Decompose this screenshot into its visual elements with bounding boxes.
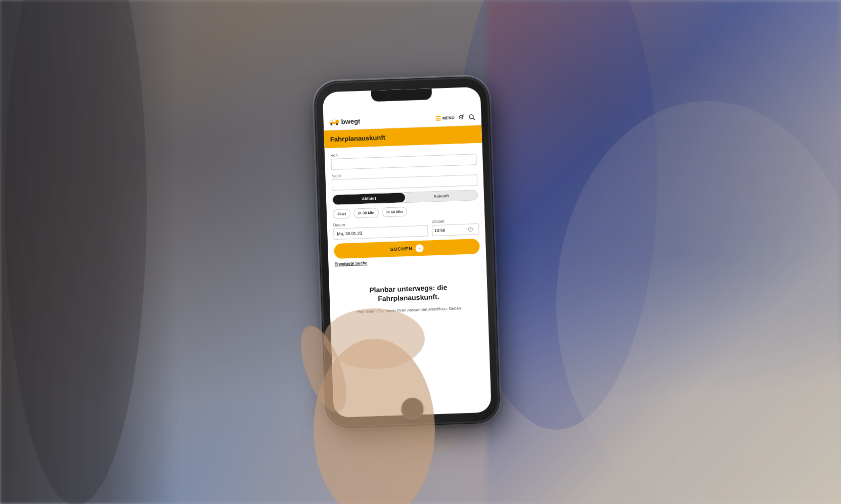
phone-screen: bwegt MENÜ — [322, 86, 491, 417]
svg-point-11 — [460, 116, 461, 117]
logo-area: bwegt — [329, 117, 360, 126]
hamburger-icon — [435, 116, 440, 120]
svg-point-16 — [468, 227, 472, 231]
location-icon[interactable] — [457, 114, 464, 121]
quick-time-selection: Jetzt in 30 Min in 60 Min — [332, 204, 478, 219]
search-button-label: SUCHEN — [390, 246, 412, 252]
svg-point-19 — [404, 400, 422, 419]
uhrzeit-group: Uhrzeit — [431, 218, 479, 236]
datum-input[interactable] — [333, 225, 428, 240]
app-content: bwegt MENÜ — [323, 98, 492, 418]
form-area: Von Nach Abfahrt Ankunft — [324, 143, 486, 277]
content-description: Hier finden Sie immer Ihren passenden An… — [336, 305, 481, 315]
headline-line2: Fahrplanauskunft. — [378, 293, 439, 303]
logo-bw: bw — [341, 117, 350, 125]
in-30-min-button[interactable]: in 30 Min — [353, 207, 379, 218]
search-icon[interactable] — [468, 114, 475, 120]
background-person-left — [0, 0, 177, 504]
logo-text: bwegt — [341, 117, 360, 125]
hamburger-line-1 — [435, 116, 440, 117]
uhrzeit-label: Uhrzeit — [431, 218, 479, 224]
uhrzeit-input[interactable] — [434, 226, 468, 233]
hamburger-line-2 — [436, 118, 441, 119]
svg-point-14 — [469, 114, 473, 118]
headline-line1: Planbar unterwegs: die — [369, 283, 448, 294]
date-time-row: Datum Uhrzeit — [333, 218, 479, 240]
logo-egt: egt — [350, 117, 360, 125]
header-nav: MENÜ — [435, 113, 475, 122]
search-arrow-icon: → — [415, 244, 424, 252]
bus-icon — [329, 118, 339, 125]
hamburger-line-3 — [436, 119, 441, 120]
uhrzeit-wrapper — [431, 223, 479, 236]
header-icons — [457, 113, 475, 121]
search-button[interactable]: SUCHEN → — [334, 238, 480, 258]
phone-shell: bwegt MENÜ — [315, 77, 499, 427]
jetzt-button[interactable]: Jetzt — [332, 208, 350, 218]
background-person-right — [487, 0, 841, 504]
page-title: Fahrplanauskunft — [330, 130, 475, 143]
datum-group: Datum — [333, 219, 428, 239]
content-section: Planbar unterwegs: die Fahrplanauskunft.… — [329, 271, 488, 322]
content-headline: Planbar unterwegs: die Fahrplanauskunft. — [335, 281, 481, 304]
home-button-icon — [401, 398, 424, 421]
phone-device: bwegt MENÜ — [315, 77, 499, 427]
home-button[interactable] — [401, 397, 424, 421]
phone-notch — [371, 88, 432, 102]
in-60-min-button[interactable]: in 60 Min — [381, 206, 407, 217]
menu-button[interactable]: MENÜ — [435, 115, 454, 120]
svg-point-12 — [462, 114, 464, 116]
menu-label: MENÜ — [442, 115, 454, 120]
clock-icon — [468, 226, 473, 232]
